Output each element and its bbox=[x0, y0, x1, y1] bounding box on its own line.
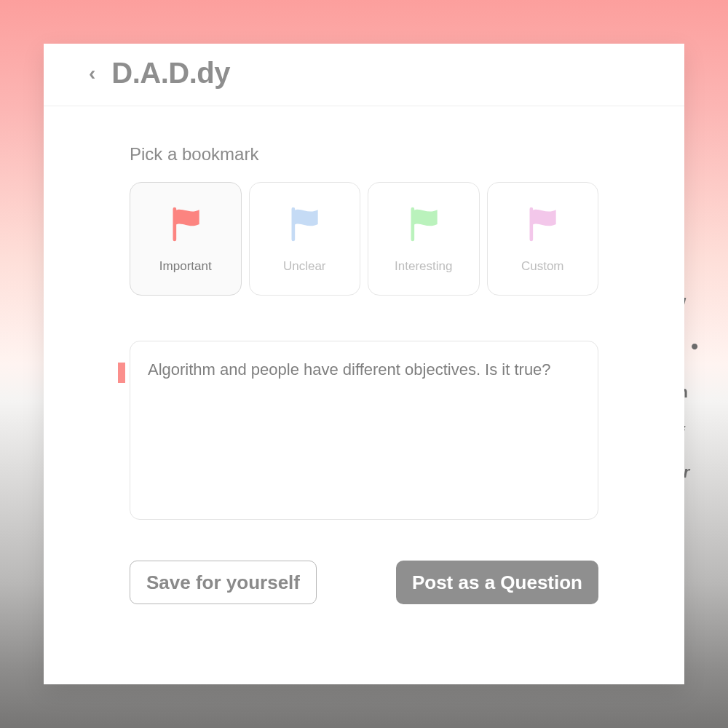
bookmark-options: Important Unclear Interesting Custom bbox=[44, 182, 684, 296]
bookmark-option-interesting[interactable]: Interesting bbox=[368, 182, 480, 296]
note-textarea[interactable] bbox=[130, 341, 598, 520]
bookmark-label: Custom bbox=[521, 259, 564, 274]
bookmark-label: Interesting bbox=[395, 259, 452, 274]
bookmark-option-important[interactable]: Important bbox=[130, 182, 242, 296]
section-label: Pick a bookmark bbox=[44, 106, 684, 182]
dialog-title: D.A.D.dy bbox=[111, 57, 230, 90]
dialog-buttons: Save for yourself Post as a Question bbox=[44, 523, 684, 604]
back-icon[interactable]: ‹ bbox=[89, 63, 95, 84]
note-area-wrap bbox=[44, 296, 684, 523]
flag-icon bbox=[165, 204, 206, 245]
selection-marker bbox=[118, 363, 125, 383]
save-button[interactable]: Save for yourself bbox=[130, 561, 317, 604]
flag-icon bbox=[403, 204, 444, 245]
flag-icon bbox=[522, 204, 563, 245]
bookmark-option-custom[interactable]: Custom bbox=[487, 182, 599, 296]
flag-icon bbox=[284, 204, 325, 245]
peek-bullet: • bbox=[687, 321, 702, 372]
bookmark-option-unclear[interactable]: Unclear bbox=[249, 182, 361, 296]
bookmark-label: Important bbox=[159, 259, 212, 274]
bookmark-label: Unclear bbox=[283, 259, 326, 274]
gradient-background: (w • • Th wi for ‹ D.A.D.dy Pick a bookm… bbox=[0, 0, 728, 728]
post-question-button[interactable]: Post as a Question bbox=[396, 561, 598, 604]
bookmark-dialog: ‹ D.A.D.dy Pick a bookmark Important Unc… bbox=[44, 44, 684, 684]
dialog-header: ‹ D.A.D.dy bbox=[44, 44, 684, 106]
